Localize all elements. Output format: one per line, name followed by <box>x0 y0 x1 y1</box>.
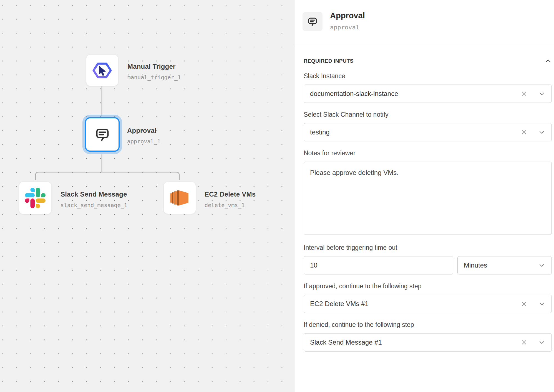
node-approval[interactable] <box>85 117 120 152</box>
approved-step-select[interactable]: EC2 Delete VMs #1 <box>304 295 552 313</box>
panel-body: REQUIRED INPUTS Slack Instance documenta… <box>304 45 552 352</box>
slack-channel-select[interactable]: testing <box>304 123 552 141</box>
node-ec2-delete-vms[interactable] <box>163 182 196 214</box>
chevron-down-icon[interactable] <box>537 299 547 309</box>
manual-trigger-hexagon-cursor-icon <box>92 60 113 81</box>
denied-step-label: If denied, continue to the following ste… <box>304 321 552 328</box>
node-id: slack_send_message_1 <box>61 202 127 208</box>
approval-chat-bubble-icon <box>303 12 323 31</box>
interval-row: Minutes <box>304 256 552 274</box>
chevron-down-icon[interactable] <box>537 338 547 347</box>
node-title: Manual Trigger <box>127 63 181 70</box>
clear-x-icon[interactable] <box>519 128 529 137</box>
chevron-down-icon[interactable] <box>537 261 547 270</box>
node-label-approval: Approval approval_1 <box>127 127 160 145</box>
interval-value-input[interactable] <box>304 256 453 274</box>
node-label-slack-send-message: Slack Send Message slack_send_message_1 <box>61 190 127 208</box>
panel-title: Approval <box>330 11 365 20</box>
approved-step-label: If approved, continue to the following s… <box>304 282 552 290</box>
workflow-canvas[interactable]: Manual Trigger manual_trigger_1 Approval… <box>0 0 294 392</box>
section-title: REQUIRED INPUTS <box>304 58 354 64</box>
interval-label: Interval before triggering time out <box>304 244 552 251</box>
chevron-up-icon[interactable] <box>545 58 552 64</box>
denied-step-select[interactable]: Slack Send Message #1 <box>304 333 552 352</box>
slack-instance-select[interactable]: documentation-slack-instance <box>304 85 552 103</box>
panel-subtitle: approval <box>330 24 359 31</box>
panel-header: Approval approval <box>294 0 554 45</box>
node-title: Slack Send Message <box>61 190 127 198</box>
step-config-panel: Approval approval REQUIRED INPUTS Slack … <box>294 0 554 392</box>
slack-channel-label: Select Slack Channel to notify <box>304 111 552 118</box>
required-inputs-section-header: REQUIRED INPUTS <box>304 58 552 64</box>
node-slack-send-message[interactable] <box>19 182 52 214</box>
aws-ec2-icon <box>168 186 192 210</box>
approval-chat-bubble-icon <box>94 126 111 143</box>
node-title: EC2 Delete VMs <box>205 190 256 198</box>
interval-unit-value: Minutes <box>458 261 537 269</box>
clear-x-icon[interactable] <box>519 299 529 309</box>
node-id: manual_trigger_1 <box>127 74 181 81</box>
chevron-down-icon[interactable] <box>537 128 547 137</box>
notes-label: Notes for reviewer <box>304 149 552 157</box>
slack-logo-icon <box>25 188 46 208</box>
interval-unit-select[interactable]: Minutes <box>457 256 552 274</box>
clear-x-icon[interactable] <box>519 89 529 98</box>
node-manual-trigger[interactable] <box>86 54 118 86</box>
node-label-manual-trigger: Manual Trigger manual_trigger_1 <box>127 63 181 81</box>
workflow-builder-app: Manual Trigger manual_trigger_1 Approval… <box>0 0 554 392</box>
node-label-ec2-delete-vms: EC2 Delete VMs delete_vms_1 <box>205 190 256 208</box>
denied-step-value: Slack Send Message #1 <box>304 338 519 346</box>
node-id: delete_vms_1 <box>205 202 256 208</box>
node-id: approval_1 <box>127 138 160 145</box>
clear-x-icon[interactable] <box>519 338 529 347</box>
slack-instance-label: Slack Instance <box>304 72 552 80</box>
approved-step-value: EC2 Delete VMs #1 <box>304 300 519 308</box>
slack-instance-value: documentation-slack-instance <box>304 90 519 98</box>
chevron-down-icon[interactable] <box>537 89 547 98</box>
notes-textarea[interactable]: Please approve deleting VMs. <box>304 162 552 235</box>
node-title: Approval <box>127 127 160 134</box>
slack-channel-value: testing <box>304 128 519 136</box>
